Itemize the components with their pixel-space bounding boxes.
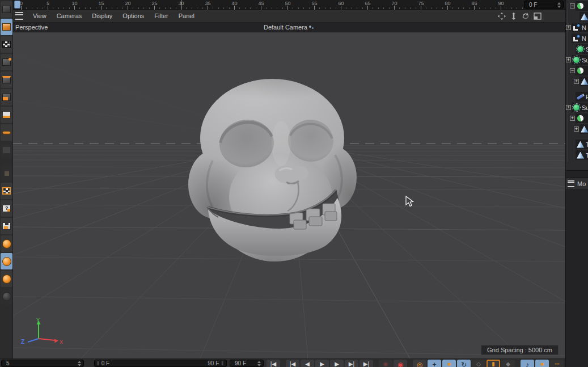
ruler-frame-label: 80 xyxy=(434,1,461,6)
object-label: Ex xyxy=(586,94,588,100)
menu-hamburger-icon[interactable] xyxy=(15,12,23,20)
sphere-orange-icon[interactable] xyxy=(1,271,12,287)
floppy-icon[interactable] xyxy=(1,218,12,234)
edges-mode-icon[interactable] xyxy=(1,71,12,88)
points-mode-icon[interactable] xyxy=(1,54,12,70)
end-spinner[interactable] xyxy=(257,361,262,366)
record-objects-icon[interactable] xyxy=(379,360,392,367)
options-dots-icon[interactable] xyxy=(550,360,564,367)
texture-tag-icon[interactable] xyxy=(1,107,12,123)
sphere-orange-icon[interactable] xyxy=(1,235,12,252)
object-row[interactable]: Su xyxy=(570,44,588,54)
ruler-frame-label: 85 xyxy=(461,1,488,6)
attribute-manager-header: Mo xyxy=(566,178,588,190)
make-editable-icon[interactable] xyxy=(1,19,12,35)
menu-item[interactable]: Panel xyxy=(174,12,200,19)
object-row[interactable]: N xyxy=(566,23,588,32)
axis-band-icon[interactable] xyxy=(1,124,12,141)
mode-menu-label[interactable]: Mo xyxy=(577,180,586,187)
mode-menu-icon[interactable] xyxy=(568,180,574,187)
record-pla-icon[interactable] xyxy=(487,360,500,367)
object-row[interactable] xyxy=(570,113,588,123)
pan-icon[interactable] xyxy=(498,12,506,20)
object-label: Su xyxy=(586,46,588,53)
expander-toggle[interactable] xyxy=(570,116,575,121)
timeline-playhead[interactable] xyxy=(14,1,20,9)
pen-icon xyxy=(577,93,584,100)
dim-tool-icon[interactable] xyxy=(1,142,12,158)
sphere-dark-icon[interactable] xyxy=(1,288,12,305)
object-row[interactable]: Su xyxy=(566,103,588,112)
skull-model xyxy=(179,77,366,264)
expander-toggle[interactable] xyxy=(566,25,571,30)
floppy-question-icon[interactable] xyxy=(1,200,12,217)
timeline-ruler[interactable]: 051015202530354045505560657075808590 0 F xyxy=(13,0,565,10)
object-row[interactable]: Su xyxy=(566,55,588,65)
ruler-frame-label: 5 xyxy=(35,1,61,6)
object-row[interactable] xyxy=(570,66,588,75)
axis-z-label: Z xyxy=(21,339,24,345)
menu-item[interactable]: View xyxy=(28,12,52,19)
texture-checker-icon[interactable] xyxy=(1,36,12,53)
sphere-orange-icon[interactable] xyxy=(1,253,12,269)
menu-item[interactable]: Cameras xyxy=(52,12,87,19)
viewport-canvas[interactable]: Y X Z Grid Spacing : 5000 cm xyxy=(13,32,565,358)
record-rotation-icon[interactable] xyxy=(457,360,471,367)
prev-frame-icon[interactable] xyxy=(301,360,314,367)
object-row[interactable]: Tl xyxy=(570,150,588,160)
start-spinner[interactable] xyxy=(77,361,82,366)
object-row[interactable] xyxy=(574,77,588,86)
next-frame-icon[interactable] xyxy=(330,360,344,367)
autokey-icon[interactable] xyxy=(394,360,407,367)
ruler-frame-label: 35 xyxy=(194,1,221,6)
expander-toggle[interactable] xyxy=(574,126,579,132)
timeline-end-value: 90 F xyxy=(235,360,246,366)
maximize-view-icon[interactable] xyxy=(534,12,542,20)
record-parameter-icon[interactable] xyxy=(472,360,485,367)
object-row[interactable]: Tl xyxy=(570,140,588,149)
expander-toggle[interactable] xyxy=(570,68,575,73)
ruler-frame-label: 10 xyxy=(61,1,88,6)
texture-small-icon[interactable] xyxy=(1,165,12,182)
texture-active-icon[interactable] xyxy=(1,183,12,199)
play-icon[interactable] xyxy=(315,360,329,367)
camera-selector[interactable]: Default Camera xyxy=(264,24,315,31)
record-scale-icon[interactable] xyxy=(442,360,456,367)
polygons-mode-icon[interactable] xyxy=(1,89,12,106)
keyframe-selection-icon[interactable] xyxy=(413,360,426,367)
current-frame-value: 0 F xyxy=(529,2,537,8)
null-icon xyxy=(573,24,580,31)
object-row[interactable] xyxy=(574,12,588,22)
sound-icon[interactable] xyxy=(521,360,534,367)
object-row[interactable] xyxy=(570,1,588,11)
menu-item[interactable]: Options xyxy=(117,12,149,19)
goto-start-icon[interactable] xyxy=(266,360,280,367)
next-key-icon[interactable] xyxy=(345,360,358,367)
menu-item[interactable]: Filter xyxy=(149,12,173,19)
expander-toggle[interactable] xyxy=(570,3,575,9)
solo-icon[interactable] xyxy=(535,360,549,367)
pyramid-icon xyxy=(577,152,584,159)
record-dim-icon[interactable] xyxy=(501,360,515,367)
menu-item[interactable]: Display xyxy=(87,12,117,19)
current-frame-field[interactable]: 0 F xyxy=(524,1,564,9)
dolly-zoom-icon[interactable] xyxy=(510,12,518,20)
timeline-range-slider[interactable]: 0 F 90 F xyxy=(94,360,227,367)
object-row[interactable] xyxy=(574,124,588,134)
expander-toggle[interactable] xyxy=(574,79,579,84)
pyramid-icon xyxy=(577,141,584,148)
view-label: Perspective xyxy=(15,24,48,31)
timeline-end-field[interactable]: 90 F xyxy=(230,360,264,367)
expander-toggle[interactable] xyxy=(566,105,571,110)
object-row[interactable]: N xyxy=(566,33,588,43)
rotate-view-icon[interactable] xyxy=(522,12,530,20)
expander-toggle[interactable] xyxy=(566,57,571,62)
frame-spinner[interactable] xyxy=(557,2,562,8)
record-position-icon[interactable] xyxy=(428,360,441,367)
goto-end-icon[interactable] xyxy=(359,360,373,367)
timeline-start-field[interactable]: 5 xyxy=(1,360,84,367)
object-row[interactable]: Ex xyxy=(570,92,588,102)
prev-key-icon[interactable] xyxy=(286,360,299,367)
timeline-start-value: 5 xyxy=(6,360,10,366)
ruler-frame-label: 90 xyxy=(488,1,514,6)
